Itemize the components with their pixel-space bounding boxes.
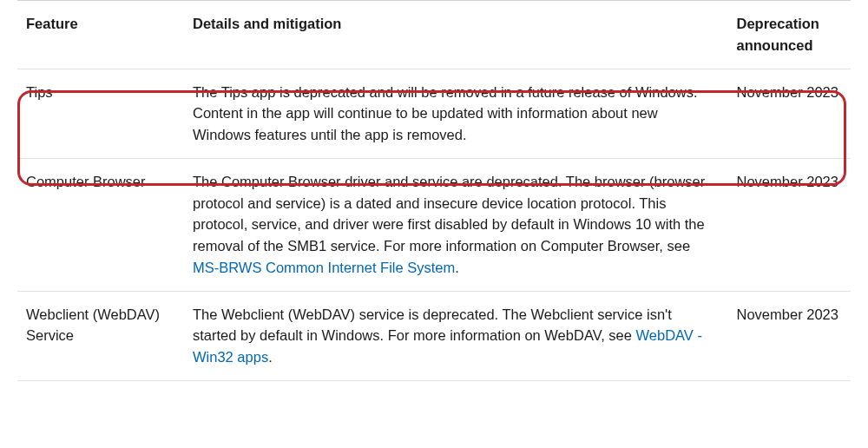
header-feature: Feature [17, 1, 184, 69]
deprecation-table: Feature Details and mitigation Deprecati… [17, 0, 851, 381]
table-row: Webclient (WebDAV) Service The Webclient… [17, 291, 851, 380]
cell-date: November 2023 [728, 158, 851, 291]
cell-feature: Computer Browser [17, 158, 184, 291]
cell-details: The Computer Browser driver and service … [184, 158, 728, 291]
link-ms-brws[interactable]: MS-BRWS Common Internet File System [193, 260, 455, 275]
table-header-row: Feature Details and mitigation Deprecati… [17, 1, 851, 69]
cell-details: The Webclient (WebDAV) service is deprec… [184, 291, 728, 380]
table-row: Computer Browser The Computer Browser dr… [17, 158, 851, 291]
cell-date: November 2023 [728, 291, 851, 380]
cell-date: November 2023 [728, 69, 851, 158]
cell-feature: Tips [17, 69, 184, 158]
header-date: Deprecation announced [728, 1, 851, 69]
header-details: Details and mitigation [184, 1, 728, 69]
cell-feature: Webclient (WebDAV) Service [17, 291, 184, 380]
cell-details: The Tips app is deprecated and will be r… [184, 69, 728, 158]
table-row: Tips The Tips app is deprecated and will… [17, 69, 851, 158]
